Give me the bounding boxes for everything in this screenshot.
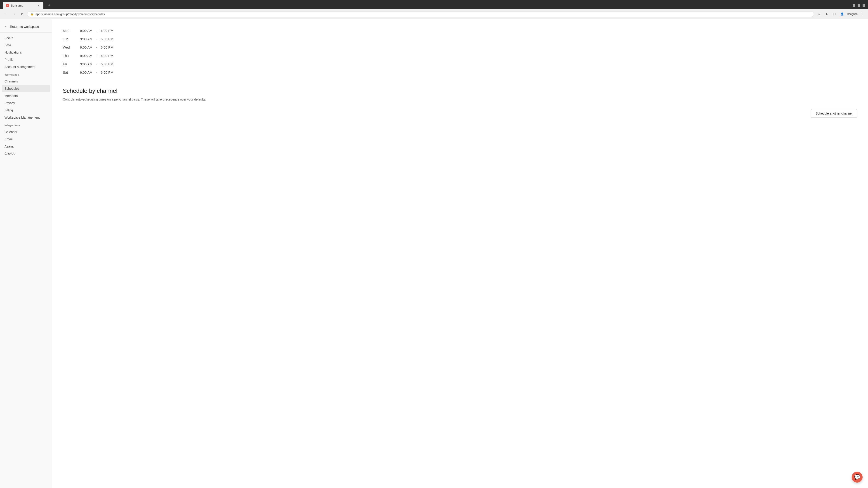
day-mon: Mon bbox=[63, 29, 76, 33]
window-close-btn[interactable]: × bbox=[863, 4, 865, 7]
time-sat-start: 9:00 AM bbox=[80, 70, 92, 74]
sidebar-item-asana[interactable]: Asana bbox=[0, 143, 52, 150]
schedule-row-wed: Wed 9:00 AM - 6:00 PM bbox=[63, 43, 857, 52]
profile-btn[interactable]: 👤 bbox=[839, 11, 845, 17]
bookmark-btn[interactable]: ☆ bbox=[816, 11, 822, 17]
forward-btn[interactable]: → bbox=[11, 11, 17, 17]
browser-controls: S Sunsama × + bbox=[3, 2, 53, 9]
sidebar-item-notifications[interactable]: Notifications bbox=[0, 49, 52, 56]
sidebar-item-channels[interactable]: Channels bbox=[0, 78, 52, 85]
active-tab[interactable]: S Sunsama × bbox=[3, 2, 43, 9]
sidebar-item-members[interactable]: Members bbox=[0, 92, 52, 99]
sidebar-item-calendar[interactable]: Calendar bbox=[0, 128, 52, 135]
members-label: Members bbox=[4, 94, 18, 98]
restore-btn[interactable] bbox=[858, 4, 860, 7]
day-thu: Thu bbox=[63, 54, 76, 58]
time-wed-start: 9:00 AM bbox=[80, 45, 92, 49]
day-sat: Sat bbox=[63, 70, 76, 74]
time-thu-start: 9:00 AM bbox=[80, 54, 92, 58]
app-container: ← Return to workspace Focus Beta Notific… bbox=[0, 19, 868, 488]
reload-btn[interactable]: ↺ bbox=[19, 11, 25, 17]
browser-toolbar: ← → ↺ 🔒 app.sunsama.com/group/moodjoy/se… bbox=[0, 9, 868, 19]
channels-label: Channels bbox=[4, 79, 18, 83]
url-text: app.sunsama.com/group/moodjoy/settings/s… bbox=[35, 12, 105, 16]
schedule-row-fri: Fri 9:00 AM - 6:00 PM bbox=[63, 60, 857, 68]
incognito-label: Incognito bbox=[846, 12, 858, 15]
asana-label: Asana bbox=[4, 144, 13, 148]
time-fri-start: 9:00 AM bbox=[80, 62, 92, 66]
schedule-channel-section: Schedule by channel Controls auto-schedu… bbox=[63, 88, 857, 118]
sidebar-item-privacy[interactable]: Privacy bbox=[0, 99, 52, 107]
email-label: Email bbox=[4, 137, 12, 141]
workspace-section-label: Workspace bbox=[0, 70, 52, 78]
minimize-btn[interactable] bbox=[852, 4, 855, 7]
sidebar-item-profile[interactable]: Profile bbox=[0, 56, 52, 63]
download-btn[interactable]: ⬇ bbox=[824, 11, 830, 17]
day-tue: Tue bbox=[63, 37, 76, 41]
schedule-table: Mon 9:00 AM - 6:00 PM Tue 9:00 AM - 6:00… bbox=[63, 26, 857, 76]
browser-titlebar: S Sunsama × + × bbox=[0, 0, 868, 9]
integrations-section-label: Integrations bbox=[0, 121, 52, 128]
time-tue-end: 6:00 PM bbox=[101, 37, 114, 41]
notifications-label: Notifications bbox=[4, 51, 22, 54]
sidebar-item-email[interactable]: Email bbox=[0, 135, 52, 143]
tab-close-btn[interactable]: × bbox=[37, 4, 40, 7]
return-to-workspace[interactable]: ← Return to workspace bbox=[0, 23, 52, 33]
billing-label: Billing bbox=[4, 108, 13, 112]
address-bar[interactable]: 🔒 app.sunsama.com/group/moodjoy/settings… bbox=[27, 11, 814, 17]
privacy-label: Privacy bbox=[4, 101, 15, 105]
sidebar-item-billing[interactable]: Billing bbox=[0, 107, 52, 114]
sidebar-item-schedules[interactable]: Schedules bbox=[2, 85, 50, 92]
sidebar-item-workspace-management[interactable]: Workspace Management bbox=[0, 114, 52, 121]
time-tue-start: 9:00 AM bbox=[80, 37, 92, 41]
focus-label: Focus bbox=[4, 36, 13, 40]
new-tab-btn[interactable]: + bbox=[46, 2, 53, 8]
profile-label: Profile bbox=[4, 58, 13, 61]
return-label: Return to workspace bbox=[10, 25, 39, 29]
section-actions: Schedule another channel bbox=[63, 109, 857, 118]
channel-section-title: Schedule by channel bbox=[63, 88, 857, 94]
time-fri-end: 6:00 PM bbox=[101, 62, 114, 66]
schedules-label: Schedules bbox=[4, 87, 19, 90]
tab-bar: S Sunsama × + bbox=[3, 2, 53, 9]
day-fri: Fri bbox=[63, 62, 76, 66]
back-btn[interactable]: ← bbox=[3, 11, 9, 17]
browser-chrome: S Sunsama × + × ← → ↺ 🔒 app.sunsama.com/… bbox=[0, 0, 868, 19]
workspace-management-label: Workspace Management bbox=[4, 116, 39, 119]
schedule-row-sat: Sat 9:00 AM - 6:00 PM bbox=[63, 68, 857, 76]
schedule-another-channel-btn[interactable]: Schedule another channel bbox=[811, 109, 857, 118]
sidebar-item-account-management[interactable]: Account Management bbox=[0, 63, 52, 70]
menu-btn[interactable]: ⋮ bbox=[859, 11, 865, 17]
tab-label: Sunsama bbox=[11, 4, 23, 7]
calendar-label: Calendar bbox=[4, 130, 18, 134]
clickup-label: ClickUp bbox=[4, 152, 16, 156]
sidebar-item-focus[interactable]: Focus bbox=[0, 34, 52, 41]
day-wed: Wed bbox=[63, 45, 76, 49]
sidebar: ← Return to workspace Focus Beta Notific… bbox=[0, 19, 52, 488]
beta-label: Beta bbox=[4, 43, 11, 47]
lock-icon: 🔒 bbox=[31, 13, 34, 15]
account-management-label: Account Management bbox=[4, 65, 35, 69]
time-thu-end: 6:00 PM bbox=[101, 54, 114, 58]
extensions-btn[interactable]: □ bbox=[831, 11, 837, 17]
time-mon-end: 6:00 PM bbox=[101, 29, 114, 33]
sidebar-item-beta[interactable]: Beta bbox=[0, 41, 52, 49]
time-wed-end: 6:00 PM bbox=[101, 45, 114, 49]
time-sat-end: 6:00 PM bbox=[101, 70, 114, 74]
time-mon-start: 9:00 AM bbox=[80, 29, 92, 33]
schedule-row-thu: Thu 9:00 AM - 6:00 PM bbox=[63, 52, 857, 60]
chat-button[interactable]: 💬 bbox=[852, 472, 863, 483]
sidebar-item-clickup[interactable]: ClickUp bbox=[0, 150, 52, 157]
tab-favicon: S bbox=[6, 4, 9, 7]
channel-section-description: Controls auto-scheduling times on a per-… bbox=[63, 97, 857, 102]
chat-icon: 💬 bbox=[854, 474, 860, 480]
back-arrow-icon: ← bbox=[4, 25, 8, 29]
toolbar-actions: ☆ ⬇ □ 👤 Incognito ⋮ bbox=[816, 11, 865, 17]
schedule-row-tue: Tue 9:00 AM - 6:00 PM bbox=[63, 35, 857, 43]
main-content: Mon 9:00 AM - 6:00 PM Tue 9:00 AM - 6:00… bbox=[52, 19, 868, 488]
schedule-row-mon: Mon 9:00 AM - 6:00 PM bbox=[63, 26, 857, 35]
